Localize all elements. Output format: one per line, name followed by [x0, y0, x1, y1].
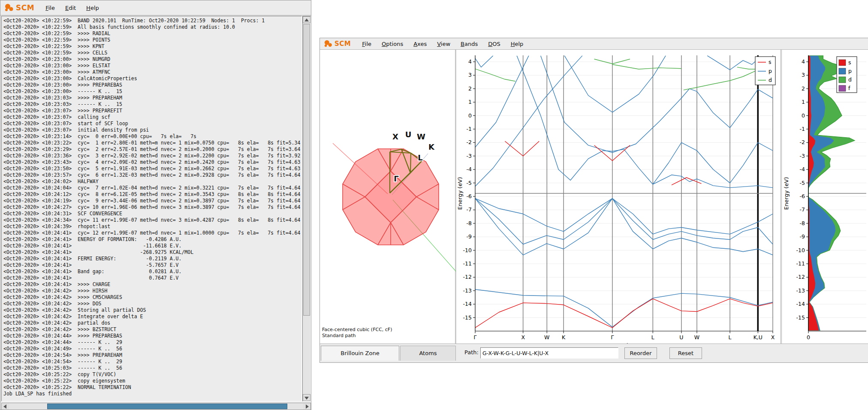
- logfile-window: SCM File Edit Help <Oct20-2020> <10:22:5…: [0, 0, 311, 410]
- svg-text:4: 4: [468, 58, 472, 65]
- svg-text:Γ: Γ: [611, 334, 614, 341]
- log-hscroll-thumb[interactable]: [47, 404, 287, 409]
- tab-atoms[interactable]: Atoms: [400, 346, 456, 361]
- log-vertical-scrollbar[interactable]: [302, 16, 311, 401]
- bz-caption-path: Standard path: [322, 333, 356, 338]
- svg-text:U: U: [405, 130, 412, 139]
- svg-text:-13: -13: [463, 287, 472, 294]
- svg-text:Energy (eV): Energy (eV): [457, 177, 463, 210]
- down-arrow-icon: [304, 397, 309, 400]
- svg-text:1: 1: [802, 99, 805, 105]
- band-menu-axes[interactable]: Axes: [413, 41, 427, 47]
- scm-logo-text: SCM: [335, 40, 351, 48]
- log-menu-edit[interactable]: Edit: [65, 5, 76, 11]
- svg-text:-1: -1: [467, 126, 472, 132]
- band-menu-dos[interactable]: DOS: [488, 41, 500, 47]
- svg-text:-15: -15: [463, 314, 472, 321]
- svg-text:X: X: [521, 334, 525, 341]
- svg-text:1: 1: [468, 99, 472, 105]
- svg-text:-5: -5: [800, 180, 805, 186]
- dos-plot[interactable]: 43210-1-2-3-4-5-6-7-8-9-10-11-12-13-14-1…: [782, 50, 868, 344]
- svg-text:U: U: [679, 334, 683, 341]
- svg-text:-6: -6: [800, 193, 805, 199]
- bandstructure-window: SCM File Options Axes View Bands DOS Hel…: [319, 38, 868, 363]
- scroll-left-button[interactable]: [2, 403, 9, 410]
- reorder-button[interactable]: Reorder: [624, 347, 657, 359]
- scm-logo-dots-icon: [323, 39, 334, 48]
- bottom-toolbar: Brillouin Zone Atoms Path: Reorder Reset: [320, 344, 868, 362]
- svg-text:-12: -12: [796, 274, 805, 280]
- svg-text:s: s: [769, 59, 772, 65]
- svg-text:K: K: [562, 334, 566, 341]
- svg-text:Γ: Γ: [394, 174, 398, 183]
- svg-text:W: W: [544, 334, 549, 341]
- svg-text:-2: -2: [467, 139, 472, 145]
- svg-text:4: 4: [802, 58, 805, 65]
- brillouin-zone-view[interactable]: XUWKLΓ Face-centered cubic (FCC, cF) Sta…: [320, 50, 456, 344]
- log-text-area[interactable]: <Oct20-2020> <10:22:59> BAND 2020.101 Ru…: [1, 16, 302, 401]
- scm-logo-icon: SCM: [4, 3, 34, 13]
- svg-text:0: 0: [802, 112, 805, 119]
- svg-text:-2: -2: [800, 139, 805, 145]
- up-arrow-icon: [304, 18, 309, 21]
- svg-text:-14: -14: [796, 301, 805, 307]
- bz-caption-lattice: Face-centered cubic (FCC, cF): [322, 327, 392, 332]
- svg-text:2: 2: [468, 85, 472, 92]
- svg-text:-10: -10: [796, 247, 805, 253]
- svg-text:-4: -4: [467, 166, 472, 172]
- svg-text:L: L: [418, 153, 422, 162]
- log-menu-help[interactable]: Help: [86, 5, 99, 11]
- band-menu-bands[interactable]: Bands: [461, 41, 478, 47]
- svg-text:2: 2: [802, 85, 805, 92]
- svg-text:0: 0: [468, 112, 472, 119]
- scroll-right-button[interactable]: [303, 403, 310, 410]
- band-menu-view[interactable]: View: [437, 41, 450, 47]
- svg-text:3: 3: [468, 72, 472, 78]
- svg-text:L: L: [651, 334, 654, 341]
- svg-text:L: L: [729, 334, 732, 341]
- svg-text:d: d: [848, 76, 852, 83]
- svg-text:s: s: [848, 59, 851, 66]
- svg-text:0: 0: [807, 334, 810, 341]
- svg-text:-9: -9: [800, 233, 805, 240]
- tab-brillouin-zone[interactable]: Brillouin Zone: [321, 346, 399, 361]
- left-arrow-icon: [3, 404, 6, 409]
- scroll-up-button[interactable]: [303, 16, 310, 23]
- log-vscroll-thumb[interactable]: [303, 24, 310, 316]
- svg-text:p: p: [848, 68, 852, 74]
- bandstructure-menubar: SCM File Options Axes View Bands DOS Hel…: [320, 38, 868, 50]
- path-label: Path:: [464, 349, 479, 356]
- svg-text:Energy (eV): Energy (eV): [783, 177, 790, 210]
- svg-text:-7: -7: [467, 206, 472, 213]
- scm-logo-icon: SCM: [323, 39, 351, 48]
- svg-text:K,U: K,U: [753, 334, 763, 341]
- svg-text:-15: -15: [796, 314, 805, 321]
- svg-text:X: X: [392, 132, 398, 141]
- svg-text:-3: -3: [467, 153, 472, 159]
- svg-text:-8: -8: [800, 220, 805, 226]
- svg-text:-12: -12: [463, 274, 472, 280]
- band-structure-plot[interactable]: 43210-1-2-3-4-5-6-7-8-9-10-11-12-13-14-1…: [457, 50, 781, 344]
- reset-button[interactable]: Reset: [669, 347, 702, 359]
- svg-text:-5: -5: [467, 180, 472, 186]
- logfile-menubar: SCM File Edit Help: [0, 0, 311, 15]
- scroll-down-button[interactable]: [303, 394, 310, 401]
- log-horizontal-scrollbar[interactable]: [1, 403, 311, 410]
- band-menu-options[interactable]: Options: [382, 41, 403, 47]
- brillouin-zone-drawing: XUWKLΓ: [320, 50, 456, 344]
- svg-text:X: X: [771, 334, 775, 341]
- log-menu-file[interactable]: File: [45, 5, 55, 11]
- svg-text:d: d: [769, 77, 772, 83]
- svg-text:W: W: [694, 334, 699, 341]
- svg-text:-11: -11: [796, 260, 805, 267]
- band-structure-chart: 43210-1-2-3-4-5-6-7-8-9-10-11-12-13-14-1…: [457, 50, 781, 344]
- path-input[interactable]: [480, 347, 618, 359]
- svg-text:-11: -11: [463, 260, 472, 267]
- band-menu-file[interactable]: File: [362, 41, 371, 47]
- dos-chart: 43210-1-2-3-4-5-6-7-8-9-10-11-12-13-14-1…: [782, 50, 868, 344]
- svg-text:-4: -4: [800, 166, 805, 172]
- svg-text:Γ: Γ: [474, 334, 477, 341]
- band-menu-help[interactable]: Help: [511, 41, 524, 47]
- svg-text:p: p: [769, 68, 772, 74]
- svg-text:K: K: [428, 142, 435, 151]
